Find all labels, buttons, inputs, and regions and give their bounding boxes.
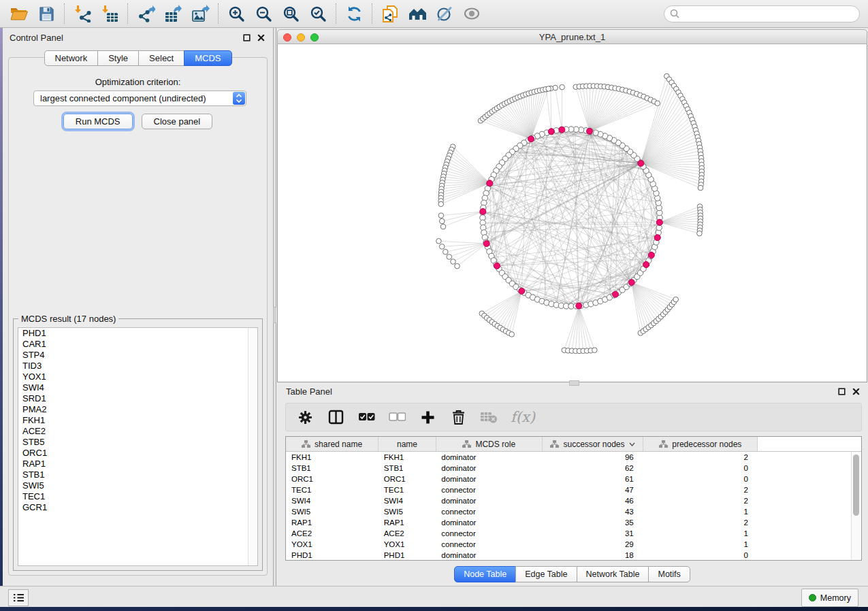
cell[interactable]: 96 — [542, 452, 643, 463]
deselect-all-icon[interactable] — [388, 408, 406, 426]
open-folder-icon[interactable] — [5, 2, 33, 25]
network-hub-node[interactable] — [628, 280, 634, 286]
close-panel-icon[interactable] — [852, 387, 860, 395]
network-hub-node[interactable] — [519, 288, 525, 294]
cell[interactable]: PHD1 — [286, 550, 379, 561]
cell[interactable]: ORC1 — [379, 474, 436, 484]
network-hub-node[interactable] — [643, 261, 649, 267]
network-leaf-node[interactable] — [439, 244, 445, 250]
cell[interactable]: TEC1 — [379, 484, 436, 495]
cell[interactable]: 31 — [542, 528, 643, 539]
cell[interactable]: connector — [436, 528, 542, 539]
network-hub-node[interactable] — [559, 127, 565, 133]
network-hub-node[interactable] — [654, 235, 660, 241]
cell[interactable]: dominator — [436, 474, 542, 484]
network-leaf-node[interactable] — [436, 239, 442, 244]
cell[interactable]: dominator — [436, 517, 542, 528]
network-hub-node[interactable] — [648, 252, 654, 258]
network-leaf-node[interactable] — [592, 348, 598, 353]
cell[interactable]: SWI4 — [379, 495, 436, 506]
import-table-icon[interactable] — [96, 2, 123, 25]
export-network-icon[interactable] — [132, 2, 159, 25]
cell[interactable]: SWI5 — [379, 506, 436, 517]
tab-network[interactable]: Network — [44, 50, 98, 66]
cell[interactable]: SWI5 — [286, 506, 379, 517]
cell[interactable]: ACE2 — [379, 528, 436, 539]
zoom-in-icon[interactable] — [223, 2, 250, 25]
cell[interactable]: 61 — [542, 474, 643, 484]
mcds-result-item[interactable]: STB5 — [18, 437, 257, 448]
cell[interactable]: ORC1 — [286, 474, 379, 484]
close-panel-button[interactable]: Close panel — [142, 114, 213, 129]
network-hub-node[interactable] — [494, 263, 500, 269]
mcds-result-item[interactable]: YOX1 — [18, 371, 257, 382]
network-leaf-node[interactable] — [509, 332, 515, 337]
zoom-selected-icon[interactable] — [304, 2, 332, 25]
table-row[interactable]: SWI5SWI5connector431 — [286, 506, 861, 517]
network-window-titlebar[interactable]: YPA_prune.txt_1 — [277, 29, 867, 44]
cell[interactable]: dominator — [436, 452, 542, 463]
network-hub-node[interactable] — [613, 291, 619, 297]
mcds-result-item[interactable]: ACE2 — [18, 426, 257, 437]
cell[interactable]: 43 — [542, 506, 643, 517]
cell[interactable]: 62 — [542, 463, 643, 474]
mcds-result-item[interactable]: TID3 — [18, 361, 257, 371]
network-leaf-node[interactable] — [451, 259, 456, 265]
network-hub-node[interactable] — [587, 128, 593, 134]
cell[interactable]: 0 — [643, 474, 758, 484]
network-hub-node[interactable] — [483, 241, 489, 247]
cell[interactable]: 1 — [643, 539, 758, 550]
network-hub-node[interactable] — [487, 180, 493, 186]
cell[interactable]: dominator — [436, 550, 542, 561]
run-mcds-button[interactable]: Run MCDS — [63, 114, 133, 129]
cell[interactable]: 2 — [643, 517, 758, 528]
table-row[interactable]: ORC1ORC1dominator610 — [286, 474, 861, 484]
delete-column-icon[interactable] — [449, 408, 467, 426]
column-header-MCDS-role[interactable]: MCDS role — [436, 437, 542, 452]
mcds-result-item[interactable]: RAP1 — [18, 459, 257, 469]
mcds-result-item[interactable]: FKH1 — [18, 415, 257, 426]
tab-style[interactable]: Style — [97, 50, 139, 66]
network-leaf-node[interactable] — [443, 249, 449, 254]
network-leaf-node[interactable] — [560, 84, 565, 90]
network-hub-node[interactable] — [528, 136, 534, 142]
select-all-icon[interactable] — [357, 408, 375, 426]
cell[interactable]: RAP1 — [379, 517, 436, 528]
show-graphics-details-icon[interactable] — [458, 2, 485, 25]
cell[interactable]: 2 — [643, 484, 758, 495]
cell[interactable]: connector — [436, 484, 542, 495]
cell[interactable]: RAP1 — [286, 517, 379, 528]
network-leaf-node[interactable] — [697, 231, 703, 236]
show-columns-icon[interactable] — [327, 408, 344, 426]
mcds-result-item[interactable]: GCR1 — [18, 502, 257, 513]
column-header-shared-name[interactable]: shared name — [286, 437, 379, 452]
search-input[interactable] — [664, 5, 860, 22]
mcds-result-item[interactable]: CAR1 — [18, 339, 257, 350]
network-leaf-node[interactable] — [655, 101, 660, 106]
network-canvas[interactable] — [277, 44, 867, 382]
mcds-result-item[interactable]: SWI4 — [18, 382, 257, 393]
cell[interactable]: 0 — [643, 550, 758, 561]
export-table-icon[interactable] — [159, 2, 187, 25]
network-leaf-node[interactable] — [440, 218, 445, 224]
close-panel-icon[interactable] — [257, 33, 265, 42]
table-row[interactable]: RAP1RAP1dominator352 — [286, 517, 861, 528]
network-hub-node[interactable] — [576, 303, 582, 309]
table-scrollbar[interactable] — [851, 452, 861, 559]
column-header-predecessor-nodes[interactable]: predecessor nodes — [643, 437, 758, 452]
network-leaf-node[interactable] — [447, 254, 452, 260]
network-hub-node[interactable] — [638, 161, 644, 167]
cell[interactable]: FKH1 — [286, 452, 379, 463]
cell[interactable]: connector — [436, 539, 542, 550]
cell[interactable]: 18 — [542, 550, 643, 561]
float-panel-icon[interactable] — [242, 33, 251, 42]
network-leaf-node[interactable] — [698, 185, 703, 191]
window-close-icon[interactable] — [283, 33, 291, 42]
network-leaf-node[interactable] — [546, 86, 551, 92]
network-leaf-node[interactable] — [438, 201, 444, 207]
mcds-result-item[interactable]: SWI5 — [18, 480, 257, 491]
network-leaf-node[interactable] — [673, 297, 679, 302]
cell[interactable]: connector — [436, 506, 542, 517]
zoom-fit-icon[interactable] — [277, 2, 304, 25]
window-minimize-icon[interactable] — [297, 33, 305, 42]
